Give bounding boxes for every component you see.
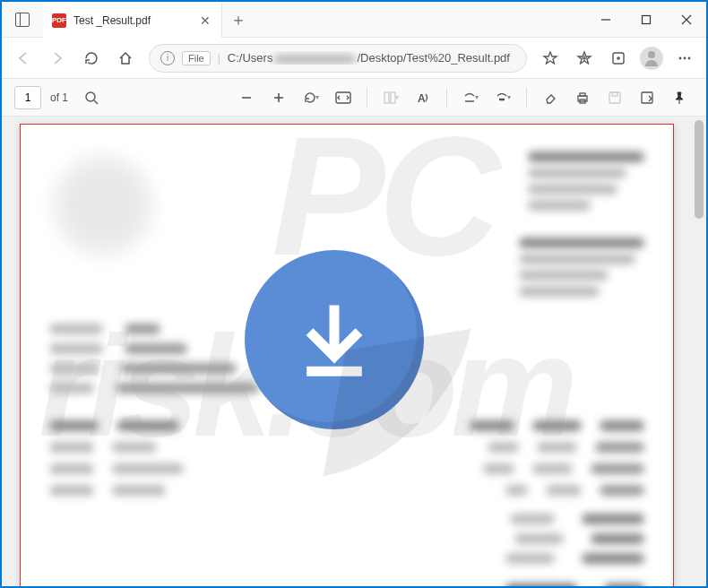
tab-title: Test _Result.pdf xyxy=(73,14,191,27)
favorites-bar-button[interactable] xyxy=(568,42,600,74)
zoom-out-button[interactable] xyxy=(232,83,261,112)
pin-icon xyxy=(672,91,686,105)
arrow-right-icon xyxy=(49,50,65,66)
menu-button[interactable] xyxy=(669,42,701,74)
collections-button[interactable] xyxy=(602,42,635,74)
home-icon xyxy=(117,50,134,66)
vertical-scrollbar[interactable] xyxy=(692,117,706,586)
star-icon xyxy=(542,50,558,66)
save-as-icon xyxy=(640,91,654,105)
scrollbar-thumb[interactable] xyxy=(695,120,704,219)
highlight-button[interactable]: ▾ xyxy=(488,83,517,112)
browser-tab[interactable]: PDF Test _Result.pdf ✕ xyxy=(43,2,222,38)
fit-icon xyxy=(335,91,351,104)
more-icon xyxy=(677,50,693,66)
new-tab-button[interactable]: ＋ xyxy=(222,2,255,37)
maximize-button[interactable] xyxy=(626,2,666,38)
pdf-page: PC risk.com xyxy=(20,124,674,586)
minimize-icon xyxy=(600,14,611,25)
pdf-favicon-icon: PDF xyxy=(52,13,66,28)
print-button[interactable] xyxy=(568,83,597,112)
sidebar-icon xyxy=(15,13,30,27)
svg-point-11 xyxy=(688,56,691,59)
svg-rect-23 xyxy=(580,93,585,96)
save-button[interactable] xyxy=(600,83,629,112)
svg-rect-26 xyxy=(612,92,617,96)
site-info-icon[interactable]: i xyxy=(160,51,175,65)
print-icon xyxy=(575,91,590,105)
erase-icon xyxy=(543,91,557,105)
search-button[interactable] xyxy=(77,83,106,112)
close-tab-button[interactable]: ✕ xyxy=(198,13,212,28)
zoom-in-button[interactable] xyxy=(264,83,293,112)
pin-toolbar-button[interactable] xyxy=(665,83,694,112)
erase-button[interactable] xyxy=(536,83,565,112)
favorite-button[interactable] xyxy=(534,42,566,74)
svg-rect-25 xyxy=(609,92,620,103)
titlebar-drag-area xyxy=(255,2,585,37)
back-button[interactable] xyxy=(7,42,39,74)
svg-line-13 xyxy=(94,100,98,104)
save-icon xyxy=(608,91,622,105)
separator: | xyxy=(218,52,220,65)
search-icon xyxy=(84,91,99,105)
home-button[interactable] xyxy=(109,42,142,74)
refresh-button[interactable] xyxy=(75,42,108,74)
svg-rect-1 xyxy=(642,16,650,24)
svg-point-12 xyxy=(86,92,95,101)
close-icon xyxy=(681,14,692,25)
star-plus-icon xyxy=(576,50,592,66)
svg-point-10 xyxy=(684,56,686,59)
page-number-input[interactable] xyxy=(14,86,41,109)
plus-icon xyxy=(272,91,286,105)
profile-button[interactable] xyxy=(640,47,663,70)
read-aloud-button[interactable]: A xyxy=(409,83,437,112)
svg-text:A: A xyxy=(418,92,426,105)
svg-rect-18 xyxy=(384,92,389,103)
download-overlay-icon[interactable] xyxy=(245,250,424,429)
save-as-button[interactable] xyxy=(633,83,661,112)
refresh-icon xyxy=(83,50,99,66)
file-badge: File xyxy=(182,51,211,65)
vertical-tabs-button[interactable] xyxy=(2,2,43,37)
maximize-icon xyxy=(641,14,652,25)
forward-button[interactable] xyxy=(41,42,73,74)
read-aloud-icon: A xyxy=(416,91,430,105)
collections-icon xyxy=(610,50,626,66)
rotate-button[interactable]: ▾ xyxy=(297,83,325,112)
page-count-label: of 1 xyxy=(50,91,68,104)
close-window-button[interactable] xyxy=(666,2,706,38)
draw-button[interactable]: ▾ xyxy=(456,83,485,112)
fit-page-button[interactable] xyxy=(329,83,358,112)
arrow-left-icon xyxy=(15,50,31,66)
address-bar[interactable]: i File | C:/Users/Desktop/Test%20_Result… xyxy=(149,44,527,73)
url-text: C:/Users/Desktop/Test%20_Result.pdf xyxy=(228,51,510,65)
minus-icon xyxy=(239,91,254,105)
minimize-button[interactable] xyxy=(585,2,626,38)
svg-point-9 xyxy=(679,56,682,59)
page-view-button[interactable]: ▾ xyxy=(376,83,405,112)
